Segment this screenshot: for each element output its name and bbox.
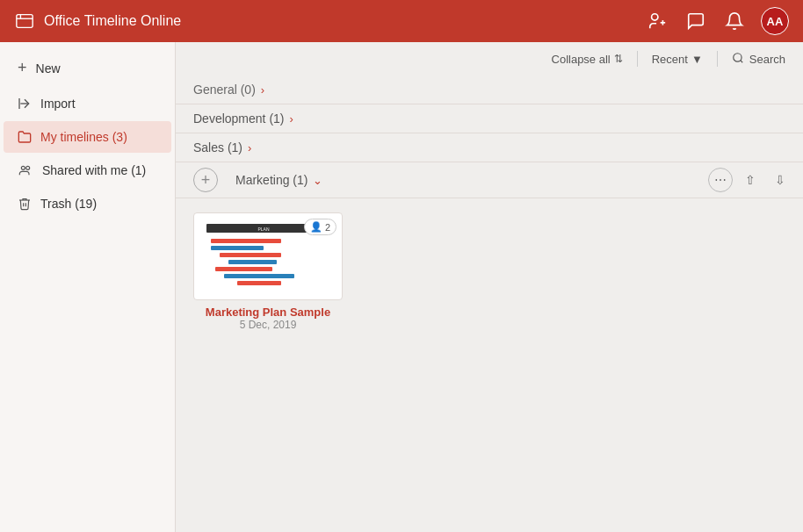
marketing-cards-area: PLAN 👤 2	[176, 198, 803, 345]
import-icon	[18, 97, 32, 111]
sidebar-shared-label: Shared with me (1)	[42, 163, 146, 177]
collapse-icon: ⇅	[614, 53, 623, 65]
add-user-icon[interactable]	[645, 9, 669, 33]
toolbar-divider	[637, 51, 638, 67]
group-marketing-title-area[interactable]: Marketing (1) ⌄	[218, 173, 708, 187]
collaborators-count: 2	[325, 222, 330, 233]
marketing-plan-name: Marketing Plan Sample	[193, 306, 343, 319]
recent-label: Recent	[652, 53, 688, 66]
sidebar-item-new[interactable]: + New	[4, 50, 171, 86]
svg-rect-17	[228, 260, 277, 264]
sidebar: + New Import My timelines (3)	[0, 42, 176, 532]
header-actions: AA	[645, 7, 789, 35]
sidebar-item-shared[interactable]: Shared with me (1)	[4, 155, 171, 186]
svg-rect-19	[224, 274, 294, 278]
svg-rect-20	[237, 281, 281, 285]
shared-icon	[18, 163, 33, 177]
marketing-plan-thumbnail: PLAN 👤 2	[193, 212, 343, 300]
group-sales: Sales (1) ›	[176, 133, 803, 162]
svg-text:PLAN: PLAN	[257, 226, 269, 232]
main-layout: + New Import My timelines (3)	[0, 42, 803, 532]
svg-rect-14	[211, 239, 281, 243]
group-development-expand-icon: ›	[290, 112, 293, 126]
collab-person-icon: 👤	[310, 221, 322, 233]
sidebar-import-label: Import	[40, 97, 76, 111]
trash-icon	[18, 197, 32, 211]
svg-rect-18	[215, 267, 272, 271]
collapse-all-label: Collapse all	[552, 53, 611, 66]
group-development: Development (1) ›	[176, 104, 803, 133]
group-development-label: Development (1)	[193, 111, 285, 126]
group-development-header[interactable]: Development (1) ›	[176, 104, 803, 133]
svg-point-3	[652, 14, 658, 20]
toolbar: Collapse all ⇅ Recent ▼ Search	[176, 42, 803, 75]
folder-icon	[18, 130, 32, 144]
app-title: Office Timeline Online	[44, 13, 645, 29]
group-development-title-area: Development (1) ›	[193, 111, 293, 126]
group-marketing-label: Marketing (1)	[235, 173, 307, 187]
search-label: Search	[749, 53, 785, 66]
group-sales-label: Sales (1)	[193, 140, 242, 155]
group-marketing-more-button[interactable]: ⋯	[708, 168, 733, 192]
chevron-down-icon: ▼	[691, 53, 703, 66]
sidebar-item-trash[interactable]: Trash (19)	[4, 188, 171, 219]
group-general: General (0) ›	[176, 75, 803, 104]
user-avatar[interactable]: AA	[761, 7, 789, 35]
svg-line-11	[741, 60, 743, 62]
group-general-expand-icon: ›	[261, 83, 264, 97]
plus-icon: +	[18, 59, 27, 77]
group-marketing-header-row: + Marketing (1) ⌄ ⋯ ⇧ ⇩	[176, 162, 803, 198]
header: Office Timeline Online AA	[0, 0, 803, 42]
group-sales-header[interactable]: Sales (1) ›	[176, 133, 803, 162]
marketing-plan-card[interactable]: PLAN 👤 2	[193, 212, 343, 331]
chat-icon[interactable]	[684, 9, 708, 33]
sidebar-item-import[interactable]: Import	[4, 88, 171, 119]
marketing-plan-date: 5 Dec, 2019	[193, 319, 343, 331]
svg-rect-15	[211, 246, 264, 250]
main-content: Collapse all ⇅ Recent ▼ Search	[176, 42, 803, 532]
group-marketing-actions: ⋯ ⇧ ⇩	[708, 168, 803, 192]
group-marketing-down-button[interactable]: ⇩	[768, 168, 792, 192]
svg-point-9	[26, 166, 30, 169]
bell-icon[interactable]	[722, 9, 747, 33]
sidebar-new-label: New	[36, 61, 61, 75]
toolbar-divider-2	[717, 51, 718, 67]
svg-point-8	[21, 166, 25, 169]
group-marketing-up-button[interactable]: ⇧	[738, 168, 763, 192]
group-sales-title-area: Sales (1) ›	[193, 140, 251, 155]
group-general-title-area: General (0) ›	[193, 83, 264, 97]
group-sales-expand-icon: ›	[248, 141, 251, 155]
sidebar-trash-label: Trash (19)	[40, 197, 97, 211]
add-to-marketing-button[interactable]: +	[193, 168, 218, 192]
collaborators-badge: 👤 2	[304, 219, 336, 235]
app-logo-icon	[14, 11, 35, 32]
svg-rect-16	[220, 253, 281, 257]
group-general-label: General (0)	[193, 83, 256, 97]
search-button[interactable]: Search	[732, 52, 785, 67]
collapse-all-button[interactable]: Collapse all ⇅	[552, 53, 623, 66]
group-marketing-collapse-icon: ⌄	[313, 174, 322, 187]
svg-rect-0	[17, 15, 33, 28]
svg-point-10	[734, 53, 742, 61]
recent-button[interactable]: Recent ▼	[652, 53, 703, 66]
sidebar-my-timelines-label: My timelines (3)	[40, 130, 127, 144]
group-general-header[interactable]: General (0) ›	[176, 75, 803, 104]
sidebar-item-my-timelines[interactable]: My timelines (3)	[4, 121, 171, 153]
group-marketing: + Marketing (1) ⌄ ⋯ ⇧ ⇩	[176, 162, 803, 345]
search-icon	[732, 52, 744, 67]
